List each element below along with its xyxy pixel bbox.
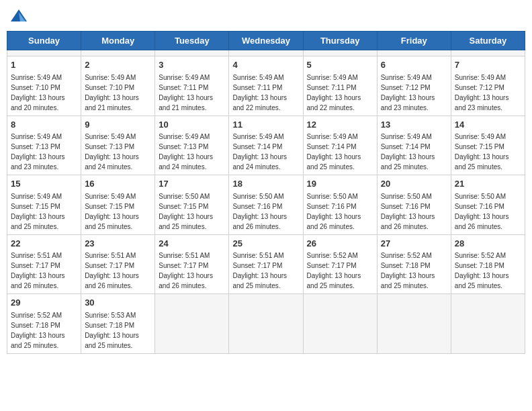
- calendar-day-cell: 25Sunrise: 5:51 AMSunset: 7:17 PMDayligh…: [229, 234, 303, 294]
- calendar-day-cell: 9Sunrise: 5:49 AMSunset: 7:13 PMDaylight…: [81, 116, 155, 175]
- svg-marker-0: [11, 9, 27, 21]
- calendar-day-cell: 23Sunrise: 5:51 AMSunset: 7:17 PMDayligh…: [81, 234, 155, 294]
- day-info: Sunrise: 5:49 AMSunset: 7:15 PMDaylight:…: [455, 133, 509, 171]
- day-number: 22: [11, 238, 77, 250]
- page-header: [7, 7, 525, 26]
- calendar-week-row: 15Sunrise: 5:49 AMSunset: 7:15 PMDayligh…: [7, 175, 525, 235]
- day-info: Sunrise: 5:49 AMSunset: 7:13 PMDaylight:…: [159, 133, 213, 171]
- calendar-day-cell: 26Sunrise: 5:52 AMSunset: 7:17 PMDayligh…: [303, 234, 377, 294]
- calendar-header-sunday: Sunday: [7, 32, 81, 50]
- day-info: Sunrise: 5:50 AMSunset: 7:15 PMDaylight:…: [159, 193, 213, 230]
- logo: [9, 7, 31, 26]
- calendar-day-cell: [377, 294, 451, 354]
- day-number: 12: [307, 119, 373, 131]
- calendar-day-cell: 27Sunrise: 5:52 AMSunset: 7:18 PMDayligh…: [377, 234, 451, 294]
- day-info: Sunrise: 5:49 AMSunset: 7:12 PMDaylight:…: [455, 74, 509, 111]
- calendar-day-cell: 14Sunrise: 5:49 AMSunset: 7:15 PMDayligh…: [451, 116, 525, 175]
- calendar-day-cell: [377, 50, 451, 56]
- day-number: 16: [85, 178, 151, 190]
- logo-icon: [9, 7, 28, 26]
- day-info: Sunrise: 5:51 AMSunset: 7:17 PMDaylight:…: [11, 252, 65, 289]
- day-info: Sunrise: 5:49 AMSunset: 7:12 PMDaylight:…: [381, 74, 435, 111]
- day-info: Sunrise: 5:51 AMSunset: 7:17 PMDaylight:…: [85, 252, 139, 289]
- day-number: 2: [85, 59, 151, 71]
- calendar-day-cell: 10Sunrise: 5:49 AMSunset: 7:13 PMDayligh…: [155, 116, 229, 175]
- calendar-day-cell: [7, 50, 81, 56]
- calendar-header-monday: Monday: [81, 32, 155, 50]
- calendar-day-cell: 29Sunrise: 5:52 AMSunset: 7:18 PMDayligh…: [7, 294, 81, 354]
- calendar-day-cell: 21Sunrise: 5:50 AMSunset: 7:16 PMDayligh…: [451, 175, 525, 235]
- day-info: Sunrise: 5:50 AMSunset: 7:16 PMDaylight:…: [307, 193, 361, 230]
- day-number: 11: [232, 119, 299, 131]
- calendar-day-cell: [229, 50, 303, 56]
- calendar-day-cell: 20Sunrise: 5:50 AMSunset: 7:16 PMDayligh…: [377, 175, 451, 235]
- calendar-day-cell: 22Sunrise: 5:51 AMSunset: 7:17 PMDayligh…: [7, 234, 81, 294]
- day-info: Sunrise: 5:52 AMSunset: 7:18 PMDaylight:…: [381, 252, 435, 289]
- calendar-day-cell: 19Sunrise: 5:50 AMSunset: 7:16 PMDayligh…: [303, 175, 377, 235]
- calendar-day-cell: 28Sunrise: 5:52 AMSunset: 7:18 PMDayligh…: [451, 234, 525, 294]
- calendar-day-cell: 6Sunrise: 5:49 AMSunset: 7:12 PMDaylight…: [377, 56, 451, 116]
- day-number: 13: [381, 119, 447, 131]
- day-number: 20: [381, 178, 447, 190]
- day-info: Sunrise: 5:52 AMSunset: 7:18 PMDaylight:…: [11, 312, 65, 349]
- day-info: Sunrise: 5:49 AMSunset: 7:14 PMDaylight:…: [232, 133, 287, 171]
- day-number: 7: [455, 59, 521, 71]
- calendar-day-cell: [81, 50, 155, 56]
- calendar-day-cell: 17Sunrise: 5:50 AMSunset: 7:15 PMDayligh…: [155, 175, 229, 235]
- day-info: Sunrise: 5:49 AMSunset: 7:11 PMDaylight:…: [307, 74, 361, 111]
- calendar-day-cell: [451, 50, 525, 56]
- calendar-day-cell: [303, 50, 377, 56]
- day-info: Sunrise: 5:52 AMSunset: 7:18 PMDaylight:…: [455, 252, 509, 289]
- calendar-day-cell: [155, 294, 229, 354]
- day-info: Sunrise: 5:50 AMSunset: 7:16 PMDaylight:…: [455, 193, 509, 230]
- calendar-day-cell: [303, 294, 377, 354]
- day-number: 3: [159, 59, 225, 71]
- calendar-header-saturday: Saturday: [451, 32, 525, 50]
- day-number: 27: [381, 238, 447, 250]
- day-number: 4: [232, 59, 299, 71]
- calendar-day-cell: 18Sunrise: 5:50 AMSunset: 7:16 PMDayligh…: [229, 175, 303, 235]
- calendar-day-cell: 11Sunrise: 5:49 AMSunset: 7:14 PMDayligh…: [229, 116, 303, 175]
- day-number: 26: [307, 238, 373, 250]
- day-number: 19: [307, 178, 373, 190]
- calendar-day-cell: 30Sunrise: 5:53 AMSunset: 7:18 PMDayligh…: [81, 294, 155, 354]
- day-number: 1: [11, 59, 77, 71]
- day-info: Sunrise: 5:49 AMSunset: 7:14 PMDaylight:…: [307, 133, 361, 171]
- day-info: Sunrise: 5:50 AMSunset: 7:16 PMDaylight:…: [232, 193, 287, 230]
- calendar-day-cell: 16Sunrise: 5:49 AMSunset: 7:15 PMDayligh…: [81, 175, 155, 235]
- calendar-day-cell: 8Sunrise: 5:49 AMSunset: 7:13 PMDaylight…: [7, 116, 81, 175]
- calendar-day-cell: 15Sunrise: 5:49 AMSunset: 7:15 PMDayligh…: [7, 175, 81, 235]
- calendar-header-tuesday: Tuesday: [155, 32, 229, 50]
- calendar-day-cell: 12Sunrise: 5:49 AMSunset: 7:14 PMDayligh…: [303, 116, 377, 175]
- calendar-day-cell: 13Sunrise: 5:49 AMSunset: 7:14 PMDayligh…: [377, 116, 451, 175]
- calendar-week-row: 1Sunrise: 5:49 AMSunset: 7:10 PMDaylight…: [7, 56, 525, 116]
- calendar-week-row: [7, 50, 525, 56]
- calendar-day-cell: 5Sunrise: 5:49 AMSunset: 7:11 PMDaylight…: [303, 56, 377, 116]
- calendar-day-cell: 4Sunrise: 5:49 AMSunset: 7:11 PMDaylight…: [229, 56, 303, 116]
- day-number: 25: [232, 238, 299, 250]
- day-info: Sunrise: 5:51 AMSunset: 7:17 PMDaylight:…: [159, 252, 213, 289]
- calendar-day-cell: [155, 50, 229, 56]
- day-number: 30: [85, 297, 151, 309]
- day-number: 29: [11, 297, 77, 309]
- calendar-day-cell: 2Sunrise: 5:49 AMSunset: 7:10 PMDaylight…: [81, 56, 155, 116]
- day-info: Sunrise: 5:49 AMSunset: 7:11 PMDaylight:…: [159, 74, 213, 111]
- calendar-header-row: SundayMondayTuesdayWednesdayThursdayFrid…: [7, 32, 525, 50]
- day-info: Sunrise: 5:49 AMSunset: 7:15 PMDaylight:…: [85, 193, 139, 230]
- day-info: Sunrise: 5:49 AMSunset: 7:10 PMDaylight:…: [85, 74, 139, 111]
- calendar-day-cell: 24Sunrise: 5:51 AMSunset: 7:17 PMDayligh…: [155, 234, 229, 294]
- calendar-day-cell: 3Sunrise: 5:49 AMSunset: 7:11 PMDaylight…: [155, 56, 229, 116]
- calendar-day-cell: 1Sunrise: 5:49 AMSunset: 7:10 PMDaylight…: [7, 56, 81, 116]
- day-number: 14: [455, 119, 521, 131]
- day-info: Sunrise: 5:49 AMSunset: 7:15 PMDaylight:…: [11, 193, 65, 230]
- calendar-header-thursday: Thursday: [303, 32, 377, 50]
- day-info: Sunrise: 5:49 AMSunset: 7:13 PMDaylight:…: [85, 133, 139, 171]
- day-info: Sunrise: 5:49 AMSunset: 7:14 PMDaylight:…: [381, 133, 435, 171]
- day-info: Sunrise: 5:52 AMSunset: 7:17 PMDaylight:…: [307, 252, 361, 289]
- calendar-day-cell: 7Sunrise: 5:49 AMSunset: 7:12 PMDaylight…: [451, 56, 525, 116]
- day-number: 10: [159, 119, 225, 131]
- day-number: 18: [232, 178, 299, 190]
- day-number: 15: [11, 178, 77, 190]
- day-number: 9: [85, 119, 151, 131]
- day-info: Sunrise: 5:51 AMSunset: 7:17 PMDaylight:…: [232, 252, 287, 289]
